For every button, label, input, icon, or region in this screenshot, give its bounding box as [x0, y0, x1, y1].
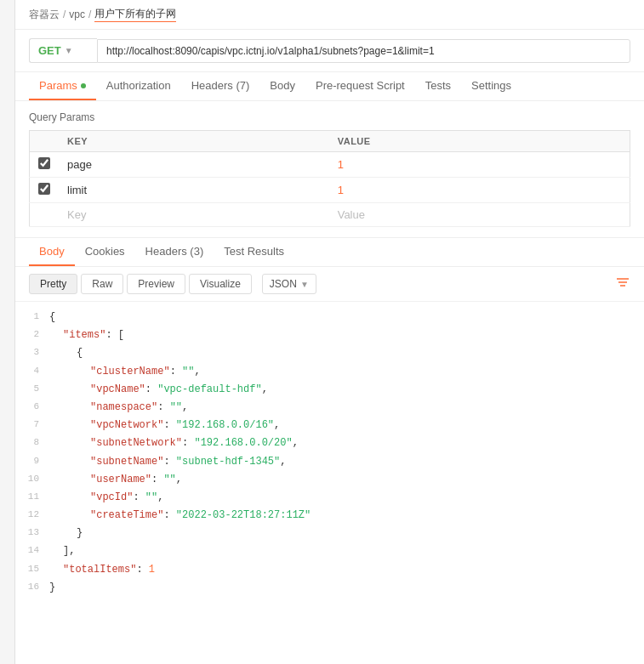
tab-body[interactable]: Body [259, 72, 305, 100]
param-limit-checkbox[interactable] [38, 183, 50, 195]
params-dot [81, 83, 86, 88]
json-line-16: 16 } [15, 579, 644, 597]
tab-authorization-label: Authorization [106, 79, 171, 92]
param-row-limit: limit 1 [30, 178, 630, 203]
param-row-placeholder: Key Value [30, 203, 630, 227]
line-content-13: } [49, 525, 644, 542]
tab-authorization[interactable]: Authorization [96, 72, 181, 100]
json-line-3: 3 { [15, 344, 644, 362]
line-num-14: 14 [15, 543, 49, 559]
line-content-14: ], [49, 543, 644, 559]
json-line-2: 2 "items": [ [15, 326, 644, 344]
param-page-key: page [67, 158, 92, 171]
json-line-10: 10 "userName": "", [15, 471, 644, 489]
line-content-1: { [49, 309, 644, 326]
params-table: KEY VALUE page 1 [29, 130, 630, 227]
format-label: JSON [270, 278, 297, 290]
json-line-8: 8 "subnetNetwork": "192.168.0.0/20", [15, 434, 644, 452]
view-visualize-button[interactable]: Visualize [189, 274, 252, 294]
response-tab-test-results-label: Test Results [224, 245, 284, 258]
col-check [30, 131, 60, 152]
json-line-4: 4 "clusterName": "", [15, 363, 644, 381]
json-line-15: 15 "totalItems": 1 [15, 561, 644, 579]
tab-tests[interactable]: Tests [415, 72, 461, 100]
method-label: GET [38, 44, 61, 57]
response-tab-headers[interactable]: Headers (3) [135, 238, 214, 266]
param-placeholder-key[interactable]: Key [67, 208, 86, 221]
tab-settings[interactable]: Settings [461, 72, 521, 100]
response-tabs: Body Cookies Headers (3) Test Results [15, 238, 644, 267]
line-content-8: "subnetNetwork": "192.168.0.0/20", [49, 435, 644, 451]
response-tab-body-label: Body [39, 245, 65, 258]
json-line-13: 13 } [15, 525, 644, 542]
sidebar-strip [0, 0, 15, 664]
tab-pre-request-label: Pre-request Script [316, 79, 405, 92]
line-content-2: "items": [ [49, 327, 644, 343]
line-num-2: 2 [15, 327, 49, 343]
view-raw-button[interactable]: Raw [81, 274, 123, 294]
tab-pre-request[interactable]: Pre-request Script [305, 72, 415, 100]
line-num-13: 13 [15, 525, 49, 541]
line-content-11: "vpcId": "", [49, 490, 644, 506]
json-line-6: 6 "namespace": "", [15, 399, 644, 417]
line-content-15: "totalItems": 1 [49, 562, 644, 578]
method-selector[interactable]: GET ▼ [29, 38, 97, 63]
param-page-checkbox[interactable] [38, 157, 50, 169]
json-line-5: 5 "vpcName": "vpc-default-hdf", [15, 381, 644, 399]
json-line-14: 14 ], [15, 542, 644, 560]
tab-headers-label: Headers (7) [191, 79, 250, 92]
line-num-3: 3 [15, 345, 49, 360]
line-num-4: 4 [15, 364, 49, 379]
line-num-7: 7 [15, 417, 49, 433]
col-value-header: VALUE [329, 131, 630, 152]
param-placeholder-value[interactable]: Value [338, 208, 365, 221]
json-line-11: 11 "vpcId": "", [15, 489, 644, 507]
json-line-12: 12 "createTime": "2022-03-22T18:27:11Z" [15, 507, 644, 525]
tab-headers[interactable]: Headers (7) [181, 72, 260, 100]
tab-body-label: Body [270, 79, 295, 92]
view-preview-button[interactable]: Preview [127, 274, 185, 294]
breadcrumb-item-2[interactable]: vpc [69, 9, 85, 20]
breadcrumb-sep-2: / [88, 9, 91, 20]
line-num-5: 5 [15, 382, 49, 397]
line-content-5: "vpcName": "vpc-default-hdf", [49, 382, 644, 398]
line-num-6: 6 [15, 400, 49, 415]
line-num-16: 16 [15, 580, 49, 595]
method-chevron-icon: ▼ [65, 46, 73, 55]
json-viewer: 1 { 2 "items": [ 3 { 4 "clusterName": ""… [15, 302, 644, 604]
filter-icon[interactable] [615, 275, 630, 293]
line-num-12: 12 [15, 508, 49, 523]
line-content-10: "userName": "", [49, 472, 644, 488]
tab-settings-label: Settings [471, 79, 511, 92]
response-tab-cookies[interactable]: Cookies [75, 238, 135, 266]
line-content-3: { [49, 345, 644, 361]
query-params-title: Query Params [29, 111, 630, 123]
line-num-9: 9 [15, 454, 49, 469]
breadcrumb-item-1[interactable]: 容器云 [29, 8, 60, 22]
breadcrumb-item-current: 用户下所有的子网 [94, 7, 176, 22]
param-limit-key: limit [67, 184, 87, 196]
response-toolbar: Pretty Raw Preview Visualize JSON ▼ [15, 267, 644, 302]
view-pretty-button[interactable]: Pretty [29, 274, 77, 294]
line-content-4: "clusterName": "", [49, 364, 644, 380]
response-tab-test-results[interactable]: Test Results [214, 238, 294, 266]
param-row-page: page 1 [30, 152, 630, 178]
json-line-7: 7 "vpcNetwork": "192.168.0.0/16", [15, 417, 644, 434]
response-tab-cookies-label: Cookies [85, 245, 125, 258]
url-input[interactable] [97, 39, 630, 63]
format-chevron-icon: ▼ [300, 280, 309, 289]
line-content-12: "createTime": "2022-03-22T18:27:11Z" [49, 508, 644, 524]
line-num-8: 8 [15, 435, 49, 451]
response-tab-body[interactable]: Body [29, 238, 75, 266]
format-selector[interactable]: JSON ▼ [262, 274, 316, 294]
line-num-1: 1 [15, 309, 49, 325]
line-content-7: "vpcNetwork": "192.168.0.0/16", [49, 417, 644, 434]
json-line-9: 9 "subnetName": "subnet-hdf-1345", [15, 453, 644, 471]
response-section: Body Cookies Headers (3) Test Results Pr… [15, 237, 644, 604]
tab-params[interactable]: Params [29, 72, 96, 100]
response-tab-headers-label: Headers (3) [145, 245, 204, 258]
param-page-value: 1 [338, 158, 344, 171]
line-content-16: } [49, 580, 644, 596]
url-bar: GET ▼ [15, 30, 644, 72]
request-tabs: Params Authorization Headers (7) Body Pr… [15, 72, 644, 101]
